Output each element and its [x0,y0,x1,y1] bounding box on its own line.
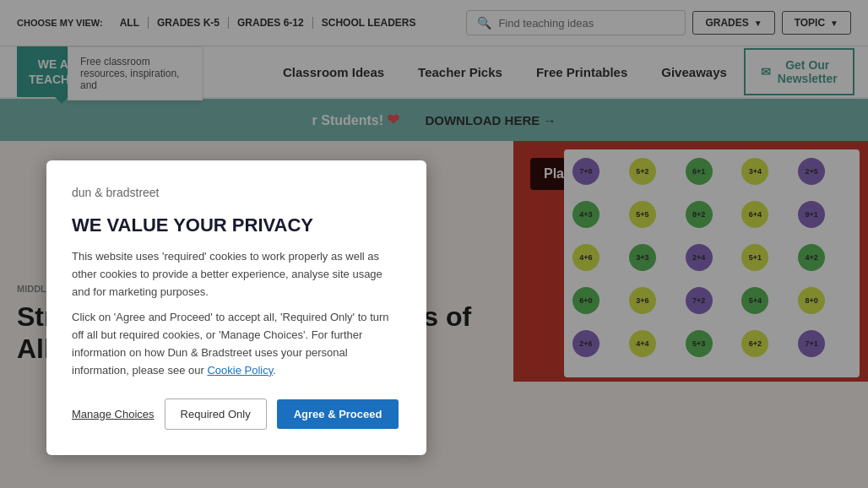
privacy-body-2: Click on 'Agree and Proceed' to accept a… [72,309,401,379]
cookie-policy-link[interactable]: Cookie Policy [207,364,273,377]
manage-choices-button[interactable]: Manage Choices [72,408,155,420]
required-only-button[interactable]: Required Only [165,399,267,430]
privacy-title: WE VALUE YOUR PRIVACY [72,214,401,236]
agree-proceed-button[interactable]: Agree & Proceed [277,399,399,429]
db-brand: dun & bradstreet [72,186,401,199]
privacy-modal: dun & bradstreet WE VALUE YOUR PRIVACY T… [46,160,426,455]
modal-buttons: Manage Choices Required Only Agree & Pro… [72,399,401,430]
db-brand-text: dun & bradstreet [72,186,160,199]
privacy-body-1: This website uses 'required' cookies to … [72,248,401,301]
